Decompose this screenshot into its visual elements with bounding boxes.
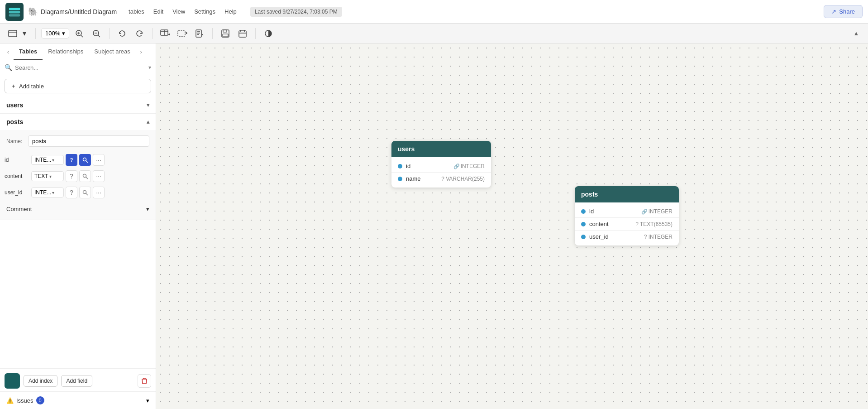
undo-btn[interactable] [115, 26, 129, 41]
sidebar-content: users ▾ posts ▴ Name: [0, 97, 156, 368]
canvas-users-field-name-dot [398, 177, 402, 181]
field-id-type-chevron: ▾ [52, 158, 54, 163]
menu-bar: tables Edit View Settings Help [125, 6, 240, 17]
svg-rect-27 [223, 34, 228, 37]
share-button[interactable]: ↗ Share [824, 5, 863, 18]
field-id-notnull-btn[interactable]: ? [66, 154, 77, 166]
sidebar-table-users-name: users [6, 101, 23, 109]
toolbar-sep-1 [35, 28, 36, 39]
field-content-link-btn[interactable] [79, 170, 91, 182]
tab-arrow-right[interactable]: › [136, 46, 147, 57]
sidebar-tabs: ‹ Tables Relationships Subject areas › [0, 43, 156, 60]
canvas-posts-field-id: id 🔗INTEGER [575, 205, 679, 218]
diagram-style-dropdown-btn[interactable]: ▾ [21, 26, 28, 41]
add-table-label: Add table [19, 83, 44, 90]
add-table-button[interactable]: ＋ Add table [5, 79, 151, 93]
field-userid-notnull-btn[interactable]: ? [66, 187, 77, 198]
tab-tables[interactable]: Tables [14, 43, 43, 60]
main-layout: ‹ Tables Relationships Subject areas › 🔍… [0, 43, 868, 409]
share-icon: ↗ [831, 8, 836, 15]
issues-left: ⚠️ Issues 0 [6, 396, 44, 404]
field-userid-type-chevron: ▾ [52, 190, 54, 195]
canvas-table-posts-body: id 🔗INTEGER content ? TEXT(65535) [575, 202, 679, 245]
tab-subject-areas[interactable]: Subject areas [89, 43, 136, 60]
svg-rect-20 [196, 30, 201, 37]
sidebar-table-posts-header[interactable]: posts ▴ [0, 114, 156, 130]
toolbar-sep-2 [109, 28, 110, 39]
canvas-users-field-name-name: name [406, 175, 421, 182]
canvas-posts-field-id-left: id [581, 208, 594, 215]
menu-view[interactable]: View [169, 6, 189, 17]
diagram-style-btn[interactable] [5, 26, 20, 41]
save-status: Last saved 9/27/2024, 7:03:05 PM [250, 7, 342, 17]
collapse-toolbar-btn[interactable]: ▲ [850, 27, 863, 40]
zoom-display[interactable]: 100% ▾ [41, 28, 69, 38]
comment-row[interactable]: Comment ▾ [5, 202, 151, 216]
canvas-posts-field-userid-left: user_id [581, 233, 609, 240]
app-logo [5, 3, 24, 21]
toolbar-sep-4 [212, 28, 213, 39]
field-content-notnull-btn[interactable]: ? [66, 170, 77, 182]
contrast-btn[interactable] [261, 26, 276, 41]
canvas-posts-field-userid: user_id ? INTEGER [575, 231, 679, 243]
canvas-posts-field-id-type-icon: 🔗 [641, 209, 648, 214]
canvas-users-field-id-dot [398, 164, 402, 168]
tab-arrow-left[interactable]: ‹ [3, 46, 14, 57]
top-bar: 🐘 Diagrams/Untitled Diagram tables Edit … [0, 0, 868, 24]
canvas[interactable]: users id 🔗INTEGER name ? VA [156, 43, 868, 409]
field-id-type-select[interactable]: INTE... ▾ [31, 155, 64, 165]
posts-actions: Add index Add field [0, 368, 156, 391]
calendar-btn[interactable] [235, 26, 250, 41]
canvas-users-field-id-type: 🔗INTEGER [453, 163, 485, 169]
add-table-tool-btn[interactable] [158, 26, 172, 41]
redo-btn[interactable] [132, 26, 147, 41]
canvas-posts-field-id-type: 🔗INTEGER [641, 208, 672, 215]
menu-help[interactable]: Help [221, 6, 240, 17]
canvas-table-users[interactable]: users id 🔗INTEGER name ? VA [391, 141, 491, 188]
sidebar-table-users-header[interactable]: users ▾ [0, 97, 156, 113]
search-dropdown-icon[interactable]: ▾ [148, 64, 151, 71]
field-content-more-btn[interactable]: ··· [93, 170, 105, 182]
posts-color-btn[interactable] [5, 373, 20, 389]
posts-name-input[interactable] [28, 135, 149, 147]
field-userid-more-btn[interactable]: ··· [93, 187, 105, 198]
canvas-users-field-name-type: ? VARCHAR(255) [441, 176, 485, 182]
field-content-type-label: TEXT [34, 173, 48, 179]
tab-relationships[interactable]: Relationships [43, 43, 89, 60]
canvas-posts-field-id-name: id [589, 208, 594, 215]
canvas-users-field-id-name: id [406, 163, 410, 169]
canvas-table-users-body: id 🔗INTEGER name ? VARCHAR(255) [391, 157, 491, 188]
add-note-tool-btn[interactable] [192, 26, 207, 41]
delete-table-button[interactable] [138, 374, 151, 388]
field-userid-type-select[interactable]: INTE... ▾ [31, 188, 64, 197]
comment-chevron: ▾ [146, 206, 149, 212]
svg-line-38 [86, 193, 88, 195]
add-area-tool-btn[interactable] [175, 26, 190, 41]
sidebar: ‹ Tables Relationships Subject areas › 🔍… [0, 43, 156, 409]
svg-line-36 [86, 177, 88, 179]
menu-file[interactable]: tables [125, 6, 148, 17]
breadcrumb: 🐘 Diagrams/Untitled Diagram [28, 7, 117, 17]
svg-rect-0 [9, 8, 20, 10]
issues-bar[interactable]: ⚠️ Issues 0 ▾ [0, 391, 156, 409]
zoom-in-btn[interactable] [72, 26, 86, 41]
add-index-button[interactable]: Add index [24, 375, 57, 387]
field-id-key-btn[interactable] [79, 154, 91, 166]
save-btn[interactable] [218, 26, 233, 41]
canvas-posts-field-id-dot [581, 209, 586, 214]
add-table-icon: ＋ [10, 82, 16, 90]
field-id-more-btn[interactable]: ··· [93, 154, 105, 166]
zoom-level: 100% [45, 30, 60, 37]
svg-rect-28 [239, 31, 246, 37]
search-input[interactable] [15, 64, 146, 71]
menu-edit[interactable]: Edit [150, 6, 167, 17]
canvas-table-posts[interactable]: posts id 🔗INTEGER content ? [575, 186, 679, 245]
field-userid-link-btn[interactable] [79, 187, 91, 198]
zoom-out-btn[interactable] [89, 26, 104, 41]
menu-settings[interactable]: Settings [191, 6, 219, 17]
svg-rect-17 [178, 31, 185, 36]
issues-warning-icon: ⚠️ [6, 397, 14, 404]
add-field-button[interactable]: Add field [61, 375, 92, 387]
canvas-users-field-id-left: id [398, 163, 410, 169]
field-content-type-select[interactable]: TEXT ▾ [31, 171, 64, 181]
